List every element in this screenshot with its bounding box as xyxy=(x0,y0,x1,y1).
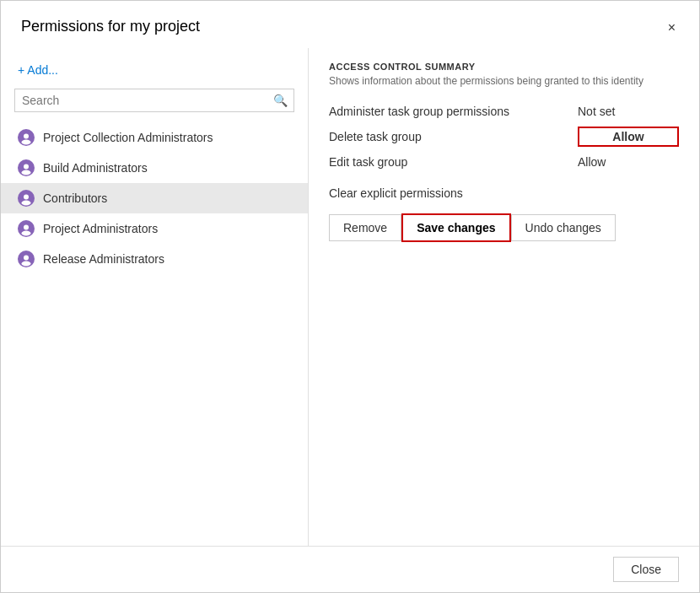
list-item[interactable]: Project Collection Administrators xyxy=(1,122,308,153)
dialog-body: + Add... 🔍 Project Collection Administra… xyxy=(1,48,699,546)
action-buttons: Remove Save changes Undo changes xyxy=(329,213,679,242)
permission-name: Edit task group xyxy=(329,155,578,169)
svg-point-8 xyxy=(22,201,31,206)
left-panel: + Add... 🔍 Project Collection Administra… xyxy=(1,48,309,546)
list-item[interactable]: Project Administrators xyxy=(1,213,308,244)
list-item[interactable]: Build Administrators xyxy=(1,153,308,183)
search-icon[interactable]: 🔍 xyxy=(273,94,288,107)
identity-label: Build Administrators xyxy=(43,161,148,175)
svg-point-7 xyxy=(24,195,29,200)
search-input[interactable] xyxy=(14,89,294,112)
permission-value-highlighted: Allow xyxy=(578,127,679,147)
list-item[interactable]: Contributors xyxy=(1,183,308,213)
save-changes-button[interactable]: Save changes xyxy=(401,213,510,242)
svg-point-10 xyxy=(24,225,29,230)
close-icon[interactable]: × xyxy=(665,18,679,38)
group-icon xyxy=(18,129,35,146)
remove-button[interactable]: Remove xyxy=(329,214,401,241)
permissions-dialog: Permissions for my project × + Add... 🔍 … xyxy=(0,0,700,593)
clear-explicit-label: Clear explicit permissions xyxy=(329,186,679,200)
permission-row: Edit task group Allow xyxy=(329,151,679,173)
permission-name: Delete task group xyxy=(329,130,578,143)
group-icon xyxy=(18,190,35,207)
svg-point-13 xyxy=(24,256,29,261)
search-container: 🔍 xyxy=(14,89,294,112)
permissions-table: Administer task group permissions Not se… xyxy=(329,100,679,173)
group-icon xyxy=(18,220,35,237)
svg-point-2 xyxy=(22,140,31,145)
identity-label: Release Administrators xyxy=(43,252,164,266)
svg-point-11 xyxy=(22,231,31,236)
svg-point-4 xyxy=(24,164,29,170)
permission-value: Allow xyxy=(578,155,679,169)
permission-value: Not set xyxy=(578,105,679,118)
identity-list: Project Collection Administrators Build … xyxy=(1,122,308,274)
permission-row: Delete task group Allow xyxy=(329,122,679,151)
list-item[interactable]: Release Administrators xyxy=(1,244,308,274)
add-button[interactable]: + Add... xyxy=(1,58,308,82)
permission-row: Administer task group permissions Not se… xyxy=(329,100,679,122)
dialog-footer: Close xyxy=(1,546,699,592)
group-icon xyxy=(18,159,35,176)
identity-label: Project Administrators xyxy=(43,222,158,235)
identity-label: Project Collection Administrators xyxy=(43,131,213,144)
dialog-title: Permissions for my project xyxy=(21,18,200,35)
group-icon xyxy=(18,251,35,267)
identity-label: Contributors xyxy=(43,191,107,205)
svg-point-14 xyxy=(22,261,31,267)
svg-point-5 xyxy=(22,170,31,175)
footer-close-button[interactable]: Close xyxy=(613,557,679,582)
undo-changes-button[interactable]: Undo changes xyxy=(511,214,616,241)
dialog-header: Permissions for my project × xyxy=(1,1,699,48)
section-title: ACCESS CONTROL SUMMARY xyxy=(329,62,679,72)
right-panel: ACCESS CONTROL SUMMARY Shows information… xyxy=(309,48,699,546)
section-description: Shows information about the permissions … xyxy=(329,75,679,87)
permission-name: Administer task group permissions xyxy=(329,105,578,118)
svg-point-1 xyxy=(24,134,29,139)
